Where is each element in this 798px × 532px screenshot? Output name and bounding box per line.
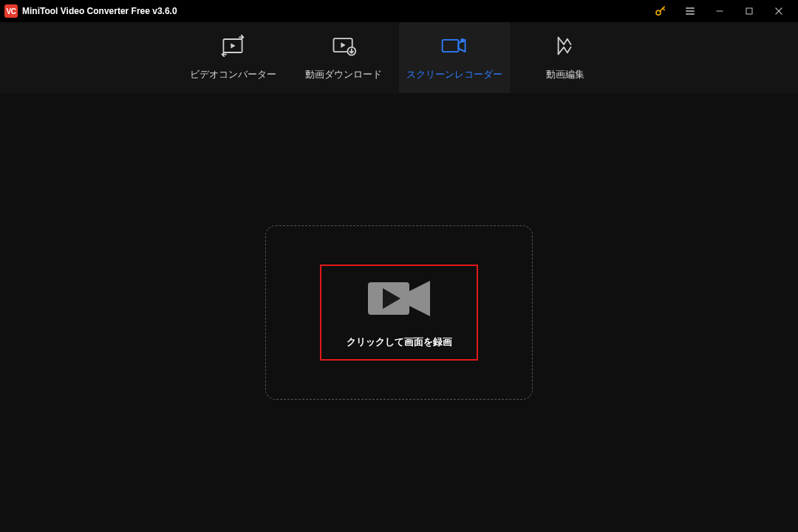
upgrade-key-button[interactable] [646, 0, 675, 22]
titlebar-right [646, 0, 794, 22]
tab-label: 動画ダウンロード [305, 68, 382, 81]
convert-icon [219, 34, 246, 58]
record-screen-button[interactable]: クリックして画面を録画 [320, 265, 478, 361]
tab-video-edit[interactable]: 動画編集 [510, 22, 621, 93]
maximize-button[interactable] [734, 0, 764, 22]
menu-button[interactable] [675, 0, 705, 22]
svg-rect-5 [746, 8, 752, 14]
minimize-button[interactable] [705, 0, 734, 22]
tab-label: 動画編集 [546, 68, 584, 81]
tab-label: スクリーンレコーダー [406, 68, 502, 81]
svg-marker-9 [231, 43, 235, 48]
tab-video-download[interactable]: 動画ダウンロード [288, 22, 399, 93]
content-area: クリックして画面を録画 [0, 93, 798, 532]
svg-point-15 [460, 38, 464, 42]
app-logo-icon: VC [4, 4, 18, 18]
record-label: クリックして画面を録画 [347, 335, 452, 349]
titlebar-left: VC MiniTool Video Converter Free v3.6.0 [4, 4, 646, 18]
app-title: MiniTool Video Converter Free v3.6.0 [22, 6, 177, 16]
tab-video-converter[interactable]: ビデオコンバーター [177, 22, 288, 93]
tab-label: ビデオコンバーター [190, 68, 276, 81]
tab-strip: ビデオコンバーター 動画ダウンロード スクリーンレコーダー [0, 22, 798, 93]
titlebar: VC MiniTool Video Converter Free v3.6.0 [0, 0, 798, 22]
svg-marker-17 [409, 281, 430, 316]
tab-screen-recorder[interactable]: スクリーンレコーダー [399, 22, 510, 93]
download-icon [330, 34, 357, 58]
camera-record-icon [362, 276, 436, 324]
screen-recorder-icon [440, 34, 469, 58]
svg-marker-11 [341, 43, 345, 48]
drop-panel: クリックして画面を録画 [265, 225, 533, 400]
video-edit-icon [554, 34, 576, 58]
close-button[interactable] [764, 0, 794, 22]
svg-rect-13 [443, 40, 459, 52]
